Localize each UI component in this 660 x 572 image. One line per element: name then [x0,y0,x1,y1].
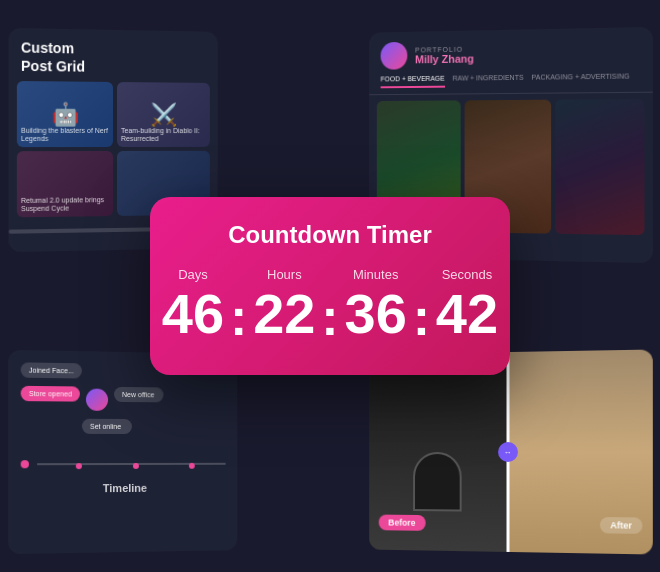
after-panel: After [508,349,653,554]
portfolio-info: PORTFOLIO Milly Zhang [415,45,474,65]
ba-arrows-icon[interactable]: ↔ [498,442,518,462]
hours-value: 22 [253,286,315,342]
before-after-scene: Before After ↔ [369,349,653,554]
hours-label: Hours [267,267,302,282]
timeline-event-store: Store opened [21,386,80,402]
fireplace-icon [413,452,462,512]
timeline-dot-3 [133,463,139,469]
after-label: After [600,517,642,534]
post-caption-1: Building the blasters of Nerf Legends [21,126,109,143]
scene: CustomPost Grid 🤖 Building the blasters … [0,0,660,572]
countdown-seconds: Seconds 42 [432,267,502,342]
post-grid-title: CustomPost Grid [9,28,218,83]
timeline-line [37,463,225,465]
separator-1: : [228,287,249,347]
timeline-card: Joined Face... Store opened New office S… [8,350,237,554]
portfolio-tab-packaging[interactable]: PACKAGING + ADVERTISING [532,72,630,86]
post-image-1: 🤖 Building the blasters of Nerf Legends [17,81,113,147]
separator-3: : [411,287,432,347]
countdown-days: Days 46 [158,267,228,342]
timeline-avatar [86,389,108,411]
minutes-value: 36 [345,286,407,342]
timeline-title: Timeline [8,474,237,503]
portfolio-name: Milly Zhang [415,52,474,65]
timeline-dot-2 [76,463,82,469]
portfolio-image-3 [555,99,644,235]
timeline-bar [8,454,237,474]
post-caption-3: Retumal 2.0 update brings Suspend Cycle [21,196,109,214]
portfolio-tab-food[interactable]: FOOD + BEVERAGE [381,75,445,89]
portfolio-avatar [381,42,408,70]
days-label: Days [178,267,208,282]
countdown-title: Countdown Timer [180,221,480,249]
timeline-event-joined: Joined Face... [21,362,82,378]
timeline-dot-1 [21,460,29,468]
portfolio-tabs: FOOD + BEVERAGE RAW + INGREDIENTS PACKAG… [369,72,653,95]
seconds-label: Seconds [442,267,493,282]
before-after-card: Before After ↔ [369,349,653,554]
post-image-3: Retumal 2.0 update brings Suspend Cycle [17,151,113,217]
timeline-row-2: Store opened New office [21,386,226,412]
timeline-event-office: New office [114,387,163,402]
days-value: 46 [162,286,224,342]
timeline-event-online: Set online [82,419,132,434]
post-image-2: ⚔️ Team-building in Diablo II: Resurrect… [117,82,210,147]
portfolio-tab-raw[interactable]: RAW + INGREDIENTS [453,74,524,88]
timeline-row-3: Set online [21,418,226,434]
before-panel: Before [369,352,507,552]
countdown-minutes: Minutes 36 [341,267,411,342]
countdown-card: Countdown Timer Days 46 : Hours 22 : Min… [150,197,510,375]
timeline-dot-4 [189,463,195,469]
minutes-label: Minutes [353,267,399,282]
portfolio-header: PORTFOLIO Milly Zhang [369,27,653,76]
separator-2: : [319,287,340,347]
countdown-hours: Hours 22 [249,267,319,342]
before-label: Before [379,515,425,531]
post-caption-2: Team-building in Diablo II: Resurrected [121,127,206,144]
seconds-value: 42 [436,286,498,342]
countdown-display: Days 46 : Hours 22 : Minutes 36 : Second… [180,267,480,347]
